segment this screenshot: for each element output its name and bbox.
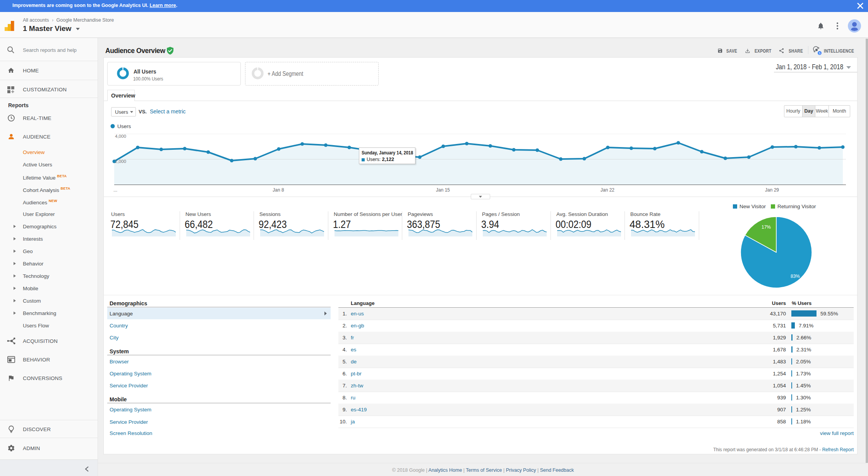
svg-text:83%: 83% bbox=[791, 274, 800, 279]
svg-text:Returning Visitor: Returning Visitor bbox=[777, 204, 816, 209]
svg-text:...: ... bbox=[113, 187, 117, 193]
svg-text:Jan 8: Jan 8 bbox=[273, 187, 284, 193]
svg-text:17%: 17% bbox=[762, 224, 771, 230]
svg-text:2,000: 2,000 bbox=[115, 159, 126, 164]
svg-text:Jan 29: Jan 29 bbox=[765, 187, 779, 193]
svg-text:Jan 22: Jan 22 bbox=[600, 187, 614, 193]
svg-text:Users: Users bbox=[117, 123, 131, 129]
svg-text:Jan 15: Jan 15 bbox=[436, 187, 450, 193]
svg-text:New Visitor: New Visitor bbox=[739, 204, 766, 209]
svg-text:4,000: 4,000 bbox=[115, 134, 126, 139]
